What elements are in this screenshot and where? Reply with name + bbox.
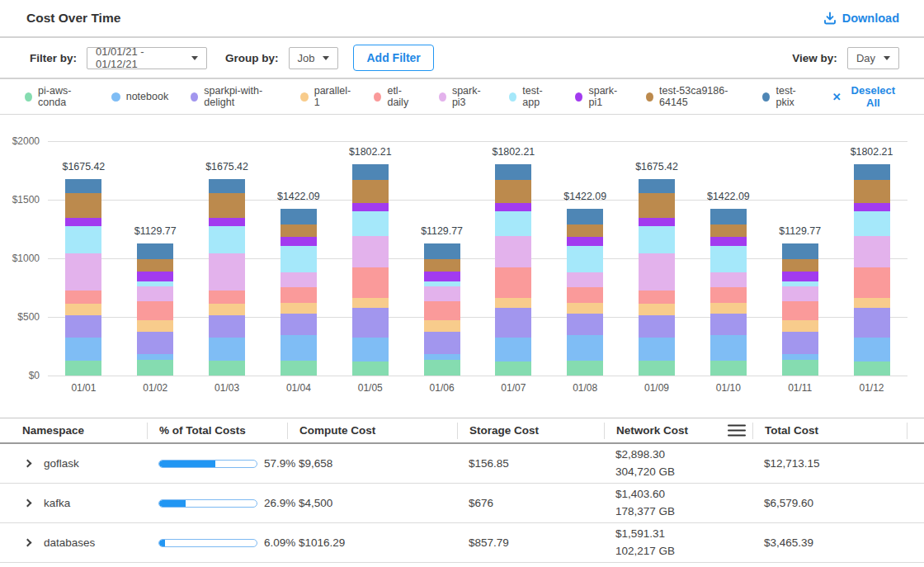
- bar-total-label: $1675.42: [63, 161, 106, 172]
- bar-segment-spark-pi3: [854, 236, 890, 267]
- column-header-storage-cost: Storage Cost: [457, 423, 615, 439]
- download-button[interactable]: Download: [823, 12, 899, 25]
- cost-over-time-chart: $1675.42$1129.77$1675.42$1422.09$1802.21…: [0, 125, 924, 410]
- table-row-kafka[interactable]: kafka26.9%$4,500$676$1,403.60178,377 GB$…: [0, 484, 924, 523]
- bar-segment-test-pkix: [495, 164, 531, 180]
- stacked-bar-01/07: [495, 164, 531, 376]
- bar-segment-spark-pi1: [65, 218, 101, 227]
- bar-segment-sparkpi-with-delight: [65, 315, 101, 338]
- progress-fill: [159, 500, 186, 507]
- bar-segment-spark-pi1: [424, 272, 460, 281]
- bar-segment-notebook: [65, 338, 101, 361]
- table-row-databases[interactable]: databases6.09%$1016.29$857.79$1,591.3110…: [0, 523, 924, 563]
- total-cost-cell: $6,579.60: [764, 497, 908, 509]
- chart-legend: pi-aws-condanotebooksparkpi-with-delight…: [0, 79, 924, 115]
- chevron-down-icon: [191, 56, 198, 60]
- x-axis-tick-label: 01/04: [262, 382, 334, 394]
- column-menu-icon[interactable]: [728, 424, 746, 437]
- percent-label: 26.9%: [264, 497, 295, 509]
- bar-segment-spark-pi1: [854, 203, 890, 211]
- legend-dot-icon: [300, 92, 309, 102]
- bar-segment-sparkpi-with-delight: [209, 315, 245, 338]
- expand-chevron-icon[interactable]: [24, 539, 32, 547]
- legend-item-spark-pi1[interactable]: spark-pi1: [575, 85, 623, 108]
- bar-total-label: $1675.42: [635, 161, 678, 172]
- bar-column-01/02: $1129.77: [120, 141, 191, 376]
- bar-segment-test-pkix: [352, 164, 389, 180]
- bar-column-01/08: $1422.09: [549, 141, 621, 376]
- add-filter-button[interactable]: Add Filter: [353, 45, 433, 71]
- bar-segment-sparkpi-with-delight: [567, 314, 603, 335]
- bar-segment-etl-daily: [639, 291, 675, 304]
- bar-segment-test-app: [209, 226, 245, 253]
- stacked-bar-01/04: [280, 209, 317, 376]
- bar-segment-test-app: [710, 246, 747, 273]
- expand-chevron-icon[interactable]: [24, 460, 32, 468]
- group-by-dropdown[interactable]: Job: [289, 47, 339, 69]
- bar-segment-etl-daily: [567, 287, 603, 303]
- bar-segment-notebook: [854, 338, 890, 361]
- bar-columns: $1675.42$1129.77$1675.42$1422.09$1802.21…: [48, 141, 908, 376]
- bar-segment-spark-pi1: [352, 203, 389, 211]
- expand-chevron-icon[interactable]: [24, 499, 32, 508]
- legend-item-spark-pi3[interactable]: spark-pi3: [439, 85, 487, 108]
- table-row-goflask[interactable]: goflask57.9%$9,658$156.85$2,898.30304,72…: [0, 444, 924, 484]
- bar-segment-parallel-1: [352, 298, 389, 308]
- stacked-bar-01/02: [137, 243, 173, 376]
- stacked-bar-01/10: [710, 209, 747, 376]
- x-axis-tick-label: 01/05: [334, 382, 406, 394]
- namespace-label: databases: [44, 536, 95, 549]
- date-range-value: 01/01/21 - 01/12/21: [96, 45, 183, 70]
- bar-segment-test-pkix: [65, 179, 101, 193]
- bar-segment-parallel-1: [137, 320, 173, 332]
- bar-segment-notebook: [567, 335, 603, 361]
- y-axis-tick-label: $1500: [0, 194, 40, 206]
- x-axis-tick-label: 01/11: [764, 382, 836, 394]
- bar-segment-test-pkix: [280, 209, 317, 224]
- bar-segment-test-app: [495, 211, 531, 236]
- network-cost-cell: $1,403.60178,377 GB: [615, 486, 764, 521]
- bar-segment-spark-pi3: [567, 272, 603, 286]
- bar-segment-etl-daily: [424, 301, 460, 320]
- legend-item-label: spark-pi3: [452, 85, 487, 108]
- bar-column-01/03: $1675.42: [191, 141, 263, 376]
- legend-item-test-pkix[interactable]: test-pkix: [762, 85, 807, 108]
- legend-item-notebook[interactable]: notebook: [111, 91, 168, 102]
- bar-segment-spark-pi3: [280, 272, 317, 286]
- download-label: Download: [842, 12, 899, 25]
- bar-segment-test-app: [65, 226, 101, 253]
- legend-item-sparkpi-with-delight[interactable]: sparkpi-with-delight: [191, 85, 278, 108]
- percent-label: 6.09%: [264, 536, 295, 549]
- stacked-bar-01/11: [782, 243, 818, 376]
- x-axis-tick-label: 01/09: [621, 382, 693, 394]
- deselect-all-label: Deselect All: [847, 84, 899, 109]
- bar-segment-spark-pi3: [209, 253, 245, 290]
- bar-segment-test-pkix: [209, 179, 245, 193]
- percent-total-costs-cell: 6.09%: [158, 536, 299, 549]
- x-axis-tick-label: 01/08: [549, 382, 621, 394]
- legend-item-etl-daily[interactable]: etl-daily: [374, 85, 416, 108]
- date-range-dropdown[interactable]: 01/01/21 - 01/12/21: [87, 47, 207, 69]
- view-by-dropdown[interactable]: Day: [847, 47, 899, 69]
- bar-segment-test-pkix: [137, 243, 173, 259]
- bar-segment-spark-pi1: [782, 272, 818, 281]
- bar-total-label: $1422.09: [563, 191, 606, 202]
- network-cost-value: $1,403.60: [615, 486, 764, 503]
- compute-cost-cell: $1016.29: [299, 536, 469, 549]
- bar-segment-test-app: [280, 246, 317, 273]
- bar-segment-spark-pi3: [710, 272, 747, 286]
- bar-segment-etl-daily: [710, 287, 747, 303]
- bar-segment-spark-pi1: [567, 237, 603, 245]
- bar-column-01/04: $1422.09: [262, 141, 334, 376]
- x-axis-tick-label: 01/06: [406, 382, 478, 394]
- storage-cost-cell: $676: [469, 497, 615, 509]
- legend-dot-icon: [575, 92, 582, 102]
- legend-item-parallel-1[interactable]: parallel-1: [300, 85, 351, 108]
- deselect-all-button[interactable]: ✕ Deselect All: [832, 84, 899, 109]
- network-cost-cell: $2,898.30304,720 GB: [615, 447, 764, 481]
- legend-item-pi-aws-conda[interactable]: pi-aws-conda: [25, 85, 89, 108]
- column-header-network-cost: Network Cost: [604, 423, 764, 439]
- legend-item-test-53ca9186-64145[interactable]: test-53ca9186-64145: [646, 85, 741, 108]
- bar-segment-pi-aws-conda: [137, 360, 173, 376]
- legend-item-test-app[interactable]: test-app: [509, 85, 553, 108]
